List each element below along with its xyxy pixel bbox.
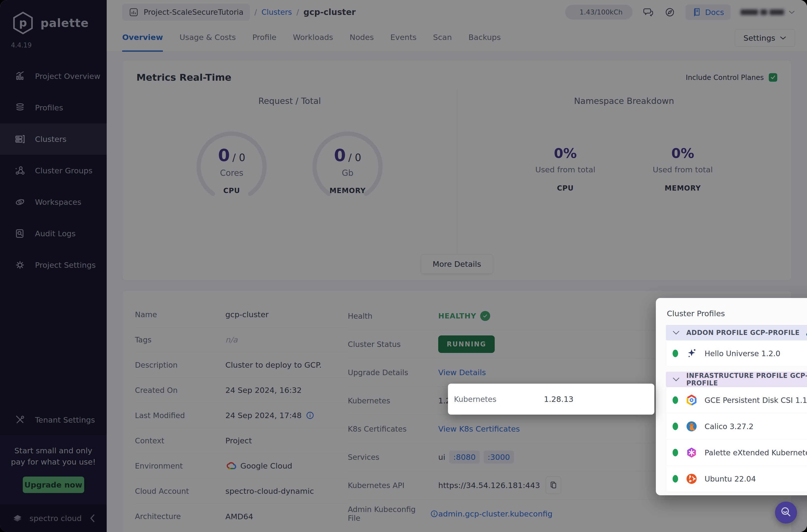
profile-item-hello-universe[interactable]: Hello Universe 1.2.0: [666, 340, 807, 367]
infrastructure-profile-section-header[interactable]: INFRASTRUCTURE PROFILE GCP-PROFILE PROJ: [666, 372, 807, 387]
addon-profile-section-header[interactable]: ADDON PROFILE GCP-PROFILE PROJ: [666, 325, 807, 340]
cluster-profiles-popup: Cluster Profiles ADDON PROFILE GCP-PROFI…: [656, 298, 807, 495]
popup-title: Cluster Profiles: [666, 309, 807, 318]
assistant-search-button[interactable]: [775, 501, 797, 524]
chevron-down-icon: [672, 330, 680, 335]
status-dot-icon: [673, 449, 678, 456]
palette-extended-kubernetes-icon: [686, 446, 698, 459]
chevron-down-icon: [672, 377, 680, 382]
kubernetes-spotlight-row: Kubernetes 1.28.13: [448, 384, 654, 415]
calico-icon: [686, 420, 698, 432]
hello-universe-icon: [686, 347, 698, 359]
status-dot-icon: [673, 423, 678, 430]
magnifier-smile-icon: [780, 506, 792, 519]
profile-item-palette-extended-kubernetes[interactable]: Palette eXtended Kubernetes 1.28.13: [666, 440, 807, 466]
app-window: p palette 4.4.19 Project Overview: [0, 0, 807, 532]
status-dot-icon: [673, 475, 678, 482]
status-dot-icon: [673, 350, 678, 357]
gce-persistent-disk-icon: [686, 394, 698, 406]
status-dot-icon: [673, 396, 678, 404]
profile-item-ubuntu[interactable]: Ubuntu 22.04: [666, 466, 807, 492]
profile-item-calico[interactable]: Calico 3.27.2: [666, 413, 807, 440]
profile-item-gce-persistent-disk[interactable]: GCE Persistent Disk CSI 1.12.4: [666, 387, 807, 413]
link-icon: [805, 328, 807, 337]
ubuntu-icon: [686, 473, 698, 485]
